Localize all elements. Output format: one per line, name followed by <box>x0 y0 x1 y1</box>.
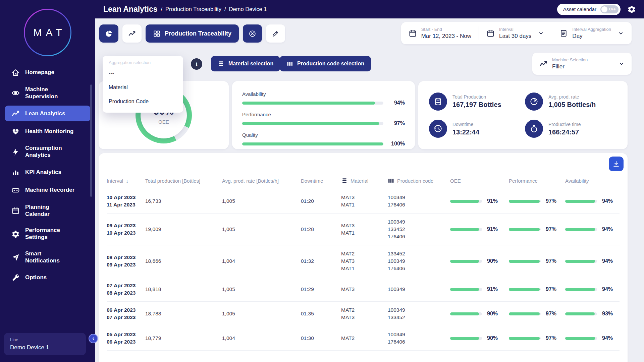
download-icon <box>612 160 620 168</box>
column-header-availability: Availability <box>565 178 618 184</box>
pie-view-button[interactable] <box>99 24 118 43</box>
progress-bar <box>450 312 482 315</box>
cell-interval: 09 Apr 202310 Apr 2023 <box>107 222 145 237</box>
sidebar-item-kpi-analytics[interactable]: KPI Analytics <box>5 165 91 180</box>
table-row[interactable]: 10 Apr 202311 Apr 202316,7331,00501:20MA… <box>107 189 620 214</box>
stat-value: 166:24:57 <box>548 128 581 136</box>
percent-cell: 90% <box>450 310 509 317</box>
sidebar-item-label: KPI Analytics <box>25 169 61 176</box>
breadcrumb-item[interactable]: Demo Device 1 <box>229 6 267 12</box>
traceability-table-card: Interval↓Total production [Bottles]Avg. … <box>99 153 628 362</box>
progress-bar <box>509 312 541 315</box>
progress-bar <box>509 260 541 263</box>
asset-calendar-label: Asset calendar <box>563 6 596 12</box>
progress-bar <box>242 142 383 145</box>
cell-production-code: 100349133452 <box>388 306 450 321</box>
oee-label: OEE <box>158 119 169 125</box>
percent-value: 97% <box>546 226 556 233</box>
interval-filter[interactable]: Interval Last 30 days <box>479 27 552 40</box>
topbar-right: Asset calendar OFF <box>557 4 636 15</box>
percent-value: 97% <box>546 310 556 317</box>
cell-interval: 08 Apr 202309 Apr 2023 <box>107 254 145 268</box>
tank-icon <box>429 93 447 111</box>
table-row[interactable]: 08 Apr 202309 Apr 202318,6661,00401:32MA… <box>107 245 620 277</box>
clear-button[interactable] <box>243 24 262 43</box>
progress-bar <box>450 337 482 340</box>
toggle-knob <box>601 6 607 12</box>
cell-production-code: 100349133452176406 <box>388 218 450 240</box>
production-traceability-button[interactable]: Production Traceability <box>146 24 239 43</box>
percent-cell: 97% <box>509 257 565 265</box>
column-header-label: Total production [Bottles] <box>145 178 200 184</box>
percent-value: 97% <box>546 197 556 205</box>
material-selection-button[interactable]: Material selection <box>211 56 280 71</box>
progress-bar <box>565 312 597 315</box>
table-row[interactable]: 07 Apr 202308 Apr 202318,8181,00501:29MA… <box>107 277 620 302</box>
dropdown-option[interactable]: Production Code <box>103 95 183 109</box>
production-code-selection-button[interactable]: Production code selection <box>280 56 371 71</box>
machine-selection-dropdown[interactable]: Machine Selection Filler <box>532 53 632 75</box>
sidebar-item-consumption-analytics[interactable]: Consumption Analytics <box>5 141 91 162</box>
stat-total-production: Total Production167,197 Bottles <box>429 90 525 113</box>
percent-cell: 94% <box>565 286 618 293</box>
dropdown-option[interactable]: Material <box>103 80 183 95</box>
page-title: Lean Analytics <box>103 5 157 14</box>
info-button[interactable]: i <box>191 58 202 70</box>
sidebar-item-label: Health Monitoring <box>25 128 73 135</box>
percent-value: 94% <box>602 286 613 293</box>
download-button[interactable] <box>609 157 624 171</box>
stat-label: Productive time <box>548 122 581 127</box>
heart-icon <box>11 127 20 135</box>
chevron-down-icon <box>538 30 544 37</box>
sidebar-item-label: Smart Notifications <box>25 250 60 264</box>
chevron-down-icon <box>618 60 625 67</box>
sidebar-item-label: Planning Calendar <box>25 204 50 218</box>
sidebar-item-health-monitoring[interactable]: Health Monitoring <box>5 123 91 139</box>
sidebar-collapse-button[interactable] <box>89 334 98 343</box>
sidebar-item-label: Machine Supervision <box>25 86 58 100</box>
breadcrumb-item[interactable]: Production Traceability <box>165 6 221 12</box>
table-row[interactable]: 06 Apr 202307 Apr 202318,7881,00501:35MA… <box>107 302 620 326</box>
gauge-icon <box>525 93 543 111</box>
sidebar-item-performance-settings[interactable]: Performance Settings <box>5 223 91 244</box>
sidebar-item-homepage[interactable]: Homepage <box>5 65 91 80</box>
interval-aggregation-filter[interactable]: Interval Aggregation Day <box>552 27 632 40</box>
device-card[interactable]: Line Demo Device 1 <box>4 333 86 355</box>
toggle-switch[interactable]: OFF <box>600 5 619 13</box>
sidebar-item-machine-recorder[interactable]: Machine Recorder <box>5 182 91 198</box>
settings-gear-icon[interactable] <box>627 5 636 14</box>
asset-calendar-toggle[interactable]: Asset calendar OFF <box>557 4 621 15</box>
percent-value: 94% <box>602 257 613 265</box>
percent-cell: 94% <box>565 257 618 265</box>
sidebar-scrollbar[interactable] <box>90 84 92 197</box>
percent-value: 94% <box>602 335 613 342</box>
percent-value: 90% <box>487 310 498 317</box>
percent-value: 91% <box>487 286 498 293</box>
sidebar-item-planning-calendar[interactable]: Planning Calendar <box>5 200 91 221</box>
column-header-interval[interactable]: Interval↓ <box>107 178 145 184</box>
sidebar-item-machine-supervision[interactable]: Machine Supervision <box>5 82 91 104</box>
progress-bar <box>509 337 541 340</box>
table-row[interactable]: 05 Apr 202306 Apr 202318,7791,00401:30MA… <box>107 326 620 351</box>
percent-cell: 90% <box>450 335 509 342</box>
aggregation-select-dropdown: Aggregation selection ---MaterialProduct… <box>103 56 183 113</box>
edit-view-button[interactable] <box>266 24 285 43</box>
device-label: Line <box>10 337 80 342</box>
cell-interval: 07 Apr 202308 Apr 2023 <box>107 282 145 297</box>
cell-total-production: 18,788 <box>145 310 222 317</box>
dropdown-option[interactable]: --- <box>103 66 183 80</box>
progress-bar <box>565 260 597 263</box>
start-end-filter[interactable]: Start - End Mar 12, 2023 - Now <box>401 27 479 40</box>
bar-chart-icon <box>11 168 20 177</box>
sidebar: MAT HomepageMachine SupervisionLean Anal… <box>0 0 95 362</box>
table-row[interactable]: 09 Apr 202310 Apr 202319,0091,00501:28MA… <box>107 214 620 245</box>
stat-label: Downtime <box>452 122 479 127</box>
trend-view-button[interactable] <box>122 24 142 43</box>
kpi-bar-quality: Quality100% <box>242 132 405 147</box>
sidebar-item-lean-analytics[interactable]: Lean Analytics <box>5 106 91 121</box>
sidebar-item-smart-notifications[interactable]: Smart Notifications <box>5 247 91 268</box>
percent-cell: 91% <box>450 226 509 233</box>
stat-value: 1,005 Bottles/h <box>548 101 596 109</box>
sidebar-item-options[interactable]: Options <box>5 270 91 286</box>
kpi-bar-value: 97% <box>389 120 405 126</box>
